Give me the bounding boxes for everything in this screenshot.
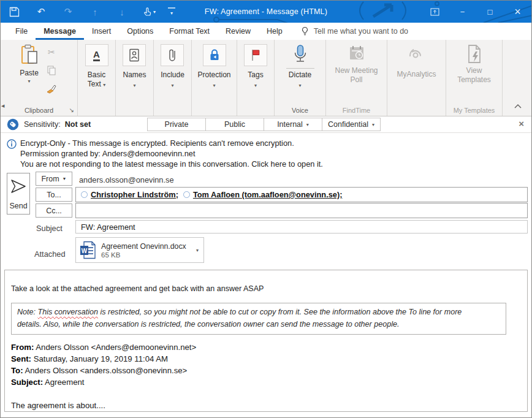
paste-icon <box>20 44 39 66</box>
sensitivity-internal-button[interactable]: Internal▾ <box>264 118 322 131</box>
dictate-label: Dictate <box>289 70 311 80</box>
format-painter-icon[interactable] <box>45 83 58 95</box>
titlebar: ↶ ↷ ↑ ↓ ▾ ▾ FW: Agreement - Message (HTM… <box>1 1 531 23</box>
my-templates-group: View Templates My Templates <box>446 40 503 116</box>
include-group: Include ▾ <box>154 40 192 116</box>
sensitivity-private-button[interactable]: Private <box>147 118 206 131</box>
minimize-button[interactable]: − <box>449 1 476 23</box>
window-controls: − □ × <box>421 1 531 23</box>
voice-group: Dictate ▾ Voice <box>275 40 326 116</box>
quote-sent-line: Sent: Saturday, January 19, 2019 11:04 A… <box>11 353 521 365</box>
move-down-icon[interactable]: ↓ <box>108 1 135 23</box>
sensitivity-close-icon[interactable]: × <box>519 118 524 129</box>
subject-field[interactable]: FW: Agreement <box>75 220 528 234</box>
touch-mode-icon[interactable]: ▾ <box>135 1 162 23</box>
sensitivity-confidential-button[interactable]: Confidential▾ <box>322 118 381 131</box>
info-icon <box>7 139 17 149</box>
tab-help[interactable]: Help <box>259 23 291 40</box>
attachment-caret-icon[interactable]: ▾ <box>196 248 199 253</box>
findtime-group-label: FindTime <box>326 107 387 114</box>
clipboard-group: Paste ▾ ✂ Clipboard ↘ <box>1 40 78 116</box>
undo-icon[interactable]: ↶ <box>28 1 55 23</box>
ribbon-tab-bar: File Message Insert Options Format Text … <box>1 23 531 40</box>
presence-icon <box>183 191 190 198</box>
cc-field[interactable] <box>75 203 528 218</box>
clipboard-group-label: Clipboard <box>1 107 77 114</box>
copy-icon[interactable] <box>45 64 58 77</box>
message-body-editor[interactable]: Take a look at the attached agreement an… <box>4 270 528 412</box>
template-icon <box>466 44 483 64</box>
lock-icon <box>203 44 226 66</box>
quote-to-line: To: Anders Olsson <anders.olsson@onevinn… <box>11 365 521 376</box>
basic-text-icon: A <box>85 44 108 66</box>
microphone-icon <box>291 44 310 65</box>
tab-format-text[interactable]: Format Text <box>161 23 218 40</box>
names-label: Names <box>123 70 146 80</box>
attached-label: Attached <box>34 249 66 259</box>
outlook-message-window: ↶ ↷ ↑ ↓ ▾ ▾ FW: Agreement - Message (HTM… <box>0 0 532 418</box>
compose-header: Send From ▼ anders.olsson@onevinn.se To.… <box>1 170 531 268</box>
tell-me-box[interactable]: Tell me what you want to do <box>300 23 408 40</box>
recipient-chip[interactable]: Christopher Lindström; <box>81 190 178 199</box>
recipient-chip[interactable]: Tom Aafloen (tom.aafloen@onevinn.se); <box>183 190 343 199</box>
include-button[interactable]: Include ▾ <box>161 44 184 90</box>
quote-subject-line: Subject: Agreement <box>11 376 521 388</box>
dictate-caret-icon: ▾ <box>298 81 301 90</box>
collapse-ribbon-button[interactable] <box>514 100 522 111</box>
paperclip-icon <box>161 44 184 66</box>
include-caret-icon: ▾ <box>171 81 173 90</box>
save-icon[interactable] <box>1 1 28 23</box>
lightbulb-icon <box>300 26 310 36</box>
to-field[interactable]: Christopher Lindström; Tom Aafloen (tom.… <box>75 187 528 202</box>
view-templates-button[interactable]: View Templates <box>456 44 493 85</box>
names-group: Names ▾ <box>116 40 154 116</box>
confidential-caret-icon: ▾ <box>372 122 374 127</box>
clipboard-dialog-launcher-icon[interactable]: ↘ <box>69 107 74 113</box>
sensitivity-public-button[interactable]: Public <box>205 118 264 131</box>
basic-text-button[interactable]: A Basic Text ▾ <box>85 44 108 89</box>
names-button[interactable]: Names ▾ <box>123 44 146 90</box>
cut-icon[interactable]: ✂ <box>45 46 58 58</box>
cc-button[interactable]: Cc... <box>36 203 72 218</box>
close-button[interactable]: × <box>504 1 531 23</box>
info-line-not-latest[interactable]: You are not responding to the latest mes… <box>7 159 525 170</box>
send-icon <box>10 178 26 194</box>
word-file-icon: W <box>80 241 96 259</box>
to-button[interactable]: To... <box>36 188 72 202</box>
send-button[interactable]: Send <box>7 173 30 215</box>
myanalytics-icon <box>406 44 427 65</box>
names-icon <box>123 44 146 66</box>
internal-caret-icon: ▾ <box>306 122 309 127</box>
tell-me-label: Tell me what you want to do <box>314 27 408 36</box>
tags-button[interactable]: Tags ▾ <box>244 44 267 90</box>
myanalytics-button[interactable]: MyAnalytics <box>397 44 436 79</box>
protection-group: Protection ▾ <box>192 40 237 116</box>
new-meeting-poll-button[interactable]: New Meeting Poll <box>333 44 381 85</box>
info-line-encrypt: Encrypt-Only - This message is encrypted… <box>20 139 294 149</box>
from-button[interactable]: From ▼ <box>36 172 72 186</box>
dictate-button[interactable]: Dictate ▾ <box>286 44 314 90</box>
ribbon: ◀ Paste ▾ ✂ <box>1 40 531 116</box>
move-up-icon[interactable]: ↑ <box>82 1 108 23</box>
from-address[interactable]: anders.olsson@onevinn.se <box>79 175 174 184</box>
include-label: Include <box>161 70 184 80</box>
paste-caret-icon: ▾ <box>28 78 30 84</box>
attachment-chip[interactable]: W Agreement Onevinn.docx 65 KB ▾ <box>75 237 204 263</box>
customize-qat-icon[interactable]: ▾ <box>162 1 181 23</box>
tab-review[interactable]: Review <box>218 23 259 40</box>
paste-button[interactable]: Paste ▾ <box>20 44 39 95</box>
tab-file[interactable]: File <box>4 23 36 40</box>
my-templates-group-label: My Templates <box>446 107 502 114</box>
protection-button[interactable]: Protection ▾ <box>197 44 230 90</box>
ribbon-display-options-icon[interactable] <box>421 1 449 23</box>
redo-icon[interactable]: ↷ <box>55 1 82 23</box>
protection-caret-icon: ▾ <box>213 81 215 90</box>
tab-options[interactable]: Options <box>119 23 161 40</box>
info-bar: Encrypt-Only - This message is encrypted… <box>1 133 531 170</box>
tab-message[interactable]: Message <box>36 23 84 40</box>
tab-insert[interactable]: Insert <box>84 23 119 40</box>
sensitivity-buttons: Private Public Internal▾ Confidential▾ <box>148 118 381 131</box>
maximize-button[interactable]: □ <box>476 1 504 23</box>
quoted-headers: From: Anders Olsson <Anders@demoonevinn.… <box>11 341 521 388</box>
subject-text: FW: Agreement <box>81 222 135 232</box>
